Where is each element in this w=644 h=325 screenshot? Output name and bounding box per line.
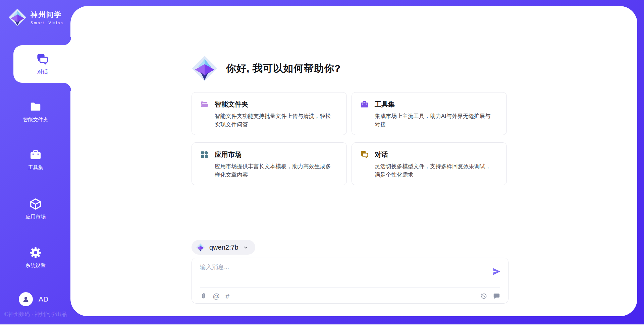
hashtag-button[interactable]: # bbox=[225, 292, 229, 300]
card-description: 应用市场提供丰富长文本模板，助力高效生成多样化文章内容 bbox=[215, 162, 336, 179]
sidebar-item-label: 工具集 bbox=[28, 165, 43, 171]
sidebar-item-chat[interactable]: 对话 bbox=[13, 45, 72, 83]
feature-cards: 智能文件夹 智能文件夹功能支持批量文件上传与清洗，轻松实现文件问答 工具集 集成… bbox=[192, 92, 507, 185]
folder-open-icon bbox=[200, 100, 209, 109]
assistant-logo-icon bbox=[191, 55, 218, 82]
briefcase-icon bbox=[360, 100, 369, 109]
sidebar-item-label: 应用市场 bbox=[25, 214, 46, 220]
card-description: 灵活切换多模型文件，支持多样回复效果调试，满足个性化需求 bbox=[375, 162, 496, 179]
model-selector[interactable]: qwen2:7b bbox=[192, 240, 255, 255]
apps-grid-icon bbox=[200, 150, 209, 159]
at-icon: @ bbox=[213, 292, 220, 300]
card-header: 应用市场 bbox=[200, 150, 338, 159]
hash-icon: # bbox=[225, 292, 229, 300]
sidebar-item-smart-folder[interactable]: 智能文件夹 bbox=[0, 101, 71, 123]
blob-fillet-top bbox=[63, 37, 71, 45]
brand: 神州问学 Smart Vision bbox=[8, 8, 63, 27]
chat-icon bbox=[360, 150, 369, 159]
cube-icon bbox=[29, 198, 42, 210]
card-header: 智能文件夹 bbox=[200, 100, 338, 109]
card-chat[interactable]: 对话 灵活切换多模型文件，支持多样回复效果调试，满足个性化需求 bbox=[352, 142, 507, 185]
gear-icon bbox=[29, 246, 42, 259]
greeting: 你好, 我可以如何帮助你? bbox=[191, 55, 341, 82]
blob-fillet-bottom bbox=[63, 83, 71, 91]
composer-toolbar: @ # bbox=[200, 291, 500, 301]
sidebar-item-label: 系统设置 bbox=[25, 262, 46, 269]
card-title: 应用市场 bbox=[215, 150, 241, 159]
model-name: qwen2:7b bbox=[209, 244, 238, 251]
chat-bubble-icon bbox=[493, 292, 500, 300]
card-description: 集成市场上主流工具，助力AI与外界无缝扩展与对接 bbox=[375, 112, 496, 129]
card-title: 工具集 bbox=[375, 100, 395, 109]
card-description: 智能文件夹功能支持批量文件上传与清洗，轻松实现文件问答 bbox=[215, 112, 336, 129]
attach-file-button[interactable] bbox=[200, 292, 207, 300]
brand-text: 神州问学 Smart Vision bbox=[31, 10, 63, 25]
user-name: AD bbox=[39, 295, 48, 303]
sidebar-item-label: 对话 bbox=[37, 69, 48, 76]
chat-icon bbox=[36, 53, 49, 66]
card-toolset[interactable]: 工具集 集成市场上主流工具，助力AI与外界无缝扩展与对接 bbox=[352, 92, 507, 135]
mention-button[interactable]: @ bbox=[213, 292, 220, 300]
card-app-market[interactable]: 应用市场 应用市场提供丰富长文本模板，助力高效生成多样化文章内容 bbox=[192, 142, 347, 185]
sidebar: 神州问学 Smart Vision 对话 智能文件夹 工具集 应用市场 系统设置… bbox=[0, 0, 71, 325]
greeting-title: 你好, 我可以如何帮助你? bbox=[226, 62, 341, 75]
user-icon bbox=[22, 295, 30, 303]
avatar bbox=[19, 292, 33, 306]
brand-name: 神州问学 bbox=[31, 10, 63, 19]
conversation-button[interactable] bbox=[493, 292, 500, 300]
card-title: 对话 bbox=[375, 150, 388, 159]
sidebar-item-label: 智能文件夹 bbox=[23, 117, 48, 123]
sidebar-item-app-market[interactable]: 应用市场 bbox=[0, 198, 71, 220]
card-header: 对话 bbox=[360, 150, 498, 159]
card-header: 工具集 bbox=[360, 100, 498, 109]
card-title: 智能文件夹 bbox=[215, 100, 248, 109]
model-logo-icon bbox=[196, 243, 205, 252]
bottom-edge-strip bbox=[0, 324, 644, 325]
paperclip-icon bbox=[200, 292, 207, 300]
send-button[interactable] bbox=[492, 267, 501, 277]
user-profile[interactable]: AD bbox=[19, 292, 48, 306]
chevron-down-icon bbox=[243, 245, 249, 250]
sidebar-item-toolset[interactable]: 工具集 bbox=[0, 148, 71, 171]
sidebar-item-settings[interactable]: 系统设置 bbox=[0, 246, 71, 269]
history-icon bbox=[480, 292, 487, 300]
send-icon bbox=[492, 267, 501, 276]
main-panel: 你好, 我可以如何帮助你? 智能文件夹 智能文件夹功能支持批量文件上传与清洗，轻… bbox=[70, 6, 637, 316]
message-composer: @ # bbox=[192, 258, 508, 304]
brand-subtitle: Smart Vision bbox=[31, 21, 63, 25]
briefcase-icon bbox=[29, 148, 42, 161]
history-button[interactable] bbox=[480, 292, 487, 300]
composer-divider bbox=[200, 287, 500, 288]
copyright: ©神州数码 · 神州问学出品 bbox=[4, 311, 67, 318]
card-smart-folder[interactable]: 智能文件夹 智能文件夹功能支持批量文件上传与清洗，轻松实现文件问答 bbox=[192, 92, 347, 135]
brand-logo-icon bbox=[8, 8, 27, 27]
folder-icon bbox=[29, 101, 42, 113]
message-input[interactable] bbox=[200, 263, 478, 284]
